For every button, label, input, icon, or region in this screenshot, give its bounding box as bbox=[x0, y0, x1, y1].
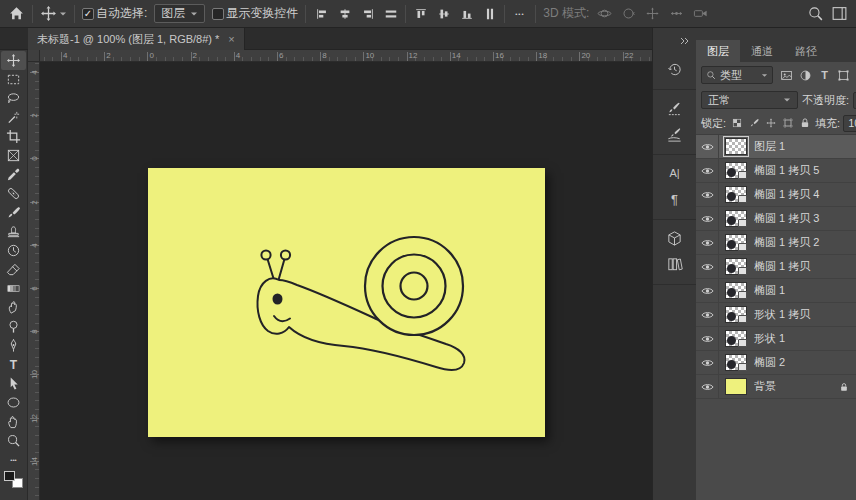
layer-row[interactable]: 椭圆 2 bbox=[696, 351, 856, 375]
layer-thumbnail[interactable] bbox=[725, 282, 747, 299]
blend-mode-dropdown[interactable]: 正常 bbox=[701, 91, 798, 109]
layer-visibility-toggle[interactable] bbox=[696, 351, 719, 374]
close-tab-icon[interactable]: × bbox=[228, 33, 234, 45]
layer-visibility-toggle[interactable] bbox=[696, 159, 719, 182]
layer-row[interactable]: 形状 1 拷贝 bbox=[696, 303, 856, 327]
align-right-icon[interactable] bbox=[359, 5, 376, 22]
panel-tab-路径[interactable]: 路径 bbox=[784, 40, 828, 62]
layer-visibility-toggle[interactable] bbox=[696, 207, 719, 230]
document-canvas[interactable] bbox=[148, 168, 545, 437]
tool-ellipse[interactable] bbox=[1, 393, 26, 412]
layer-row[interactable]: 椭圆 1 拷贝 bbox=[696, 255, 856, 279]
lock-artboard-icon[interactable] bbox=[780, 116, 795, 131]
panel-libraries-icon[interactable] bbox=[662, 251, 688, 277]
3d-slide-icon[interactable] bbox=[668, 5, 685, 22]
color-chips[interactable] bbox=[4, 471, 23, 488]
vertical-ruler[interactable]: 4202468101214 bbox=[28, 62, 40, 500]
tool-path-select[interactable] bbox=[1, 374, 26, 393]
layer-thumbnail[interactable] bbox=[725, 306, 747, 323]
document-tab[interactable]: 未标题-1 @ 100% (图层 1, RGB/8#) * × bbox=[28, 28, 245, 50]
tool-lasso[interactable] bbox=[1, 89, 26, 108]
tool-eyedropper[interactable] bbox=[1, 165, 26, 184]
layer-thumbnail[interactable] bbox=[725, 330, 747, 347]
align-bottom-icon[interactable] bbox=[458, 5, 475, 22]
3d-camera-icon[interactable] bbox=[692, 5, 709, 22]
tool-smudge[interactable] bbox=[1, 298, 26, 317]
layer-row[interactable]: 形状 1 bbox=[696, 327, 856, 351]
panel-3d-icon[interactable] bbox=[662, 225, 688, 251]
workspace-icon[interactable] bbox=[831, 5, 848, 22]
layer-row[interactable]: 椭圆 1 拷贝 2 bbox=[696, 231, 856, 255]
align-top-icon[interactable] bbox=[412, 5, 429, 22]
collapse-dock-icon[interactable] bbox=[680, 31, 690, 49]
layer-row[interactable]: 椭圆 1 拷贝 3 bbox=[696, 207, 856, 231]
tool-hand[interactable] bbox=[1, 412, 26, 431]
horizontal-ruler[interactable]: 420246810121416182022 bbox=[28, 50, 652, 62]
layer-thumbnail[interactable] bbox=[725, 162, 747, 179]
tool-clone-stamp[interactable] bbox=[1, 222, 26, 241]
tool-eraser[interactable] bbox=[1, 260, 26, 279]
layer-filter-search[interactable]: 类型 bbox=[701, 66, 773, 84]
fill-field[interactable]: 100% bbox=[843, 115, 856, 132]
adjustment-filter-icon[interactable] bbox=[797, 67, 814, 83]
layer-row[interactable]: 椭圆 1 拷贝 4 bbox=[696, 183, 856, 207]
align-center-h-icon[interactable] bbox=[336, 5, 353, 22]
tool-healing-brush[interactable] bbox=[1, 184, 26, 203]
tool-dodge[interactable] bbox=[1, 317, 26, 336]
layer-thumbnail[interactable] bbox=[725, 234, 747, 251]
distribute-v-icon[interactable] bbox=[481, 5, 498, 22]
lock-all-icon[interactable] bbox=[797, 116, 812, 131]
panel-character-icon[interactable]: A| bbox=[662, 160, 688, 186]
tool-brush[interactable] bbox=[1, 203, 26, 222]
tool-gradient[interactable] bbox=[1, 279, 26, 298]
layer-row[interactable]: 椭圆 1 拷贝 5 bbox=[696, 159, 856, 183]
panel-tab-图层[interactable]: 图层 bbox=[696, 40, 740, 62]
layer-visibility-toggle[interactable] bbox=[696, 279, 719, 302]
align-middle-icon[interactable] bbox=[435, 5, 452, 22]
layer-thumbnail[interactable] bbox=[725, 186, 747, 203]
lock-position-icon[interactable] bbox=[763, 116, 778, 131]
layer-thumbnail[interactable] bbox=[725, 378, 747, 395]
layer-thumbnail[interactable] bbox=[725, 138, 747, 155]
panel-history-icon[interactable] bbox=[662, 56, 688, 82]
layer-visibility-toggle[interactable] bbox=[696, 303, 719, 326]
align-left-icon[interactable] bbox=[313, 5, 330, 22]
layer-row[interactable]: 椭圆 1 bbox=[696, 279, 856, 303]
3d-roll-icon[interactable] bbox=[620, 5, 637, 22]
layer-thumbnail[interactable] bbox=[725, 354, 747, 371]
current-tool-button[interactable] bbox=[40, 5, 67, 22]
tool-frame[interactable] bbox=[1, 146, 26, 165]
layer-visibility-toggle[interactable] bbox=[696, 255, 719, 278]
tool-move[interactable] bbox=[1, 51, 26, 70]
layer-visibility-toggle[interactable] bbox=[696, 135, 719, 158]
tool-more-tools[interactable]: ••• bbox=[1, 450, 26, 469]
pixel-filter-icon[interactable] bbox=[778, 67, 795, 83]
more-options-icon[interactable]: ••• bbox=[511, 5, 528, 22]
tool-pen[interactable] bbox=[1, 336, 26, 355]
panel-brush-settings-icon[interactable] bbox=[662, 95, 688, 121]
type-filter-icon[interactable]: T bbox=[816, 67, 833, 83]
panel-tab-通道[interactable]: 通道 bbox=[740, 40, 784, 62]
layer-visibility-toggle[interactable] bbox=[696, 231, 719, 254]
home-icon[interactable] bbox=[8, 5, 25, 22]
tool-magic-wand[interactable] bbox=[1, 108, 26, 127]
shape-filter-icon[interactable] bbox=[835, 67, 852, 83]
tool-crop[interactable] bbox=[1, 127, 26, 146]
layer-thumbnail[interactable] bbox=[725, 258, 747, 275]
layer-thumbnail[interactable] bbox=[725, 210, 747, 227]
lock-pixels-icon[interactable] bbox=[746, 116, 761, 131]
layer-row[interactable]: 图层 1 bbox=[696, 135, 856, 159]
auto-select-target-dropdown[interactable]: 图层 bbox=[154, 4, 205, 23]
panel-paragraph-icon[interactable]: ¶ bbox=[662, 186, 688, 212]
lock-transparent-icon[interactable] bbox=[729, 116, 744, 131]
3d-orbit-icon[interactable] bbox=[596, 5, 613, 22]
auto-select-checkbox[interactable]: ✓ 自动选择: bbox=[82, 5, 147, 22]
layer-visibility-toggle[interactable] bbox=[696, 375, 719, 398]
foreground-color-chip[interactable] bbox=[4, 471, 15, 481]
tool-marquee[interactable] bbox=[1, 70, 26, 89]
3d-pan-icon[interactable] bbox=[644, 5, 661, 22]
tool-history-brush[interactable] bbox=[1, 241, 26, 260]
layer-visibility-toggle[interactable] bbox=[696, 327, 719, 350]
tool-zoom[interactable] bbox=[1, 431, 26, 450]
layer-row[interactable]: 背景 bbox=[696, 375, 856, 399]
